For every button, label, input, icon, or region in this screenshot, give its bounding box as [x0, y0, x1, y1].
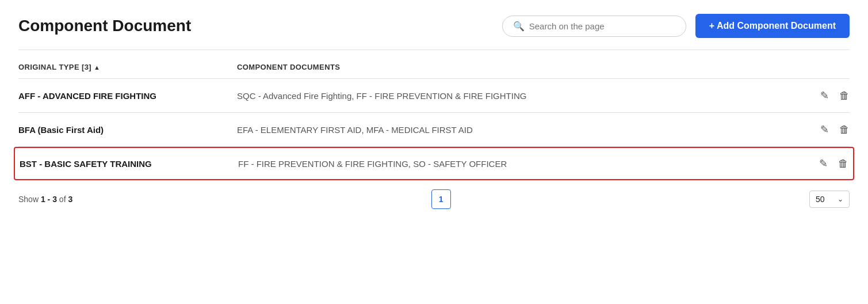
cell-component-documents: EFA - ELEMENTARY FIRST AID, MFA - MEDICA… — [237, 125, 792, 135]
page-title: Component Document — [18, 17, 191, 35]
col-header-component-documents: COMPONENT DOCUMENTS — [237, 63, 792, 71]
search-box[interactable]: 🔍 — [502, 16, 686, 37]
cell-original-type: AFF - ADVANCED FIRE FIGHTING — [18, 91, 237, 101]
delete-icon[interactable]: 🗑 — [839, 90, 850, 102]
col-header-actions — [792, 63, 850, 71]
cell-component-documents: SQC - Advanced Fire Fighting, FF - FIRE … — [237, 91, 792, 101]
per-page-select[interactable]: 50 ⌄ — [809, 191, 850, 208]
cell-actions: ✎ 🗑 — [792, 89, 850, 102]
pagination: 1 — [431, 189, 451, 209]
page-header: Component Document 🔍 + Add Component Doc… — [18, 0, 850, 50]
table-row: BFA (Basic First Aid) EFA - ELEMENTARY F… — [18, 113, 850, 147]
edit-icon[interactable]: ✎ — [819, 157, 828, 170]
cell-component-documents: FF - FIRE PREVENTION & FIRE FIGHTING, SO… — [238, 159, 791, 169]
table-row: AFF - ADVANCED FIRE FIGHTING SQC - Advan… — [18, 79, 850, 113]
cell-original-type: BST - BASIC SAFETY TRAINING — [20, 159, 238, 169]
delete-icon[interactable]: 🗑 — [839, 124, 850, 136]
cell-original-type: BFA (Basic First Aid) — [18, 125, 237, 135]
search-input[interactable] — [529, 21, 675, 31]
table-header-row: ORIGINAL TYPE [3] ▲ COMPONENT DOCUMENTS — [18, 55, 850, 79]
component-document-table: ORIGINAL TYPE [3] ▲ COMPONENT DOCUMENTS … — [18, 55, 850, 209]
sort-asc-icon: ▲ — [94, 64, 100, 71]
edit-icon[interactable]: ✎ — [820, 89, 829, 102]
header-controls: 🔍 + Add Component Document — [502, 14, 850, 38]
search-icon: 🔍 — [513, 21, 525, 32]
edit-icon[interactable]: ✎ — [820, 123, 829, 136]
show-range-text: Show 1 - 3 of 3 — [18, 195, 72, 204]
table-row-highlighted: BST - BASIC SAFETY TRAINING FF - FIRE PR… — [14, 147, 854, 180]
cell-actions: ✎ 🗑 — [791, 157, 848, 170]
chevron-down-icon: ⌄ — [838, 195, 843, 203]
page-button-1[interactable]: 1 — [431, 189, 451, 209]
delete-icon[interactable]: 🗑 — [838, 158, 848, 170]
col-header-original-type[interactable]: ORIGINAL TYPE [3] ▲ — [18, 63, 237, 71]
cell-actions: ✎ 🗑 — [792, 123, 850, 136]
table-footer: Show 1 - 3 of 3 1 50 ⌄ — [18, 180, 850, 209]
add-component-document-button[interactable]: + Add Component Document — [695, 14, 850, 38]
